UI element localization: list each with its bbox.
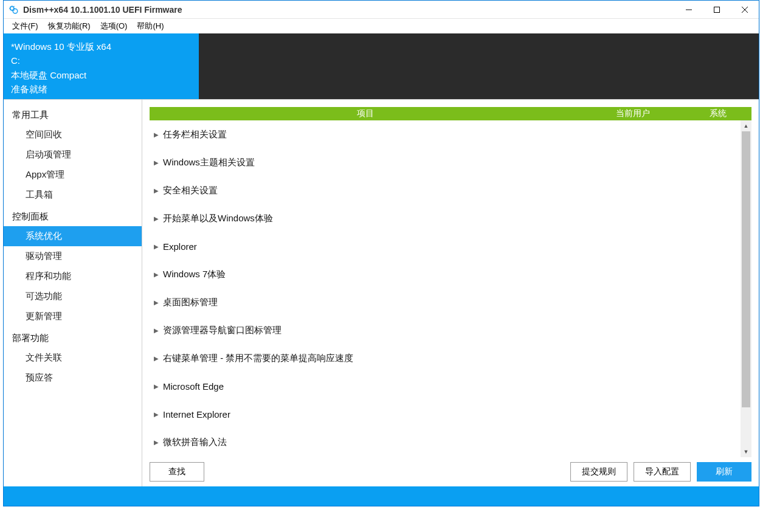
refresh-button[interactable]: 刷新	[697, 462, 751, 482]
tree-item[interactable]: ▶开始菜单以及Windows体验	[150, 204, 738, 232]
tree-item[interactable]: ▶安全相关设置	[150, 176, 738, 204]
sidebar-item[interactable]: 可选功能	[4, 286, 142, 306]
tree-item[interactable]: ▶微软拼音输入法	[150, 428, 738, 456]
footer-buttons: 查找 提交规则 导入配置 刷新	[142, 457, 759, 486]
bottom-status-bar	[4, 486, 759, 506]
sidebar-group-title: 控制面板	[4, 205, 142, 226]
svg-point-1	[13, 9, 18, 13]
menu-help[interactable]: 帮助(H)	[133, 19, 167, 33]
body-area: 常用工具空间回收启动项管理Appx管理工具箱控制面板系统优化驱动管理程序和功能可…	[4, 99, 759, 486]
info-dark-area	[199, 33, 759, 99]
tree-item-label: Internet Explorer	[163, 409, 230, 420]
os-line: *Windows 10 专业版 x64	[11, 40, 192, 54]
sidebar: 常用工具空间回收启动项管理Appx管理工具箱控制面板系统优化驱动管理程序和功能可…	[4, 100, 142, 486]
app-window: Dism++x64 10.1.1001.10 UEFI Firmware 文件(…	[3, 0, 759, 506]
col-current-user[interactable]: 当前用户	[581, 108, 685, 119]
tree-item-label: 资源管理器导航窗口图标管理	[163, 325, 282, 336]
status-line: 准备就绪	[11, 82, 192, 96]
drive-line: C:	[11, 54, 192, 67]
scrollbar-thumb[interactable]	[742, 131, 750, 407]
menubar: 文件(F) 恢复功能(R) 选项(O) 帮助(H)	[4, 19, 759, 33]
sidebar-item[interactable]: 程序和功能	[4, 266, 142, 286]
find-button[interactable]: 查找	[150, 462, 204, 482]
tree-item-label: 右键菜单管理 - 禁用不需要的菜单提高响应速度	[163, 353, 353, 364]
minimize-button[interactable]	[675, 1, 703, 19]
tree-list: ▶任务栏相关设置▶Windows主题相关设置▶安全相关设置▶开始菜单以及Wind…	[150, 120, 738, 457]
sidebar-item[interactable]: 驱动管理	[4, 246, 142, 266]
tree-item[interactable]: ▶资源管理器导航窗口图标管理	[150, 316, 738, 344]
expand-arrow-icon[interactable]: ▶	[150, 243, 163, 250]
expand-arrow-icon[interactable]: ▶	[150, 411, 163, 418]
menu-file[interactable]: 文件(F)	[9, 19, 42, 33]
tree-item-label: 桌面图标管理	[163, 297, 218, 308]
submit-rules-button[interactable]: 提交规则	[570, 462, 627, 482]
tree-item[interactable]: ▶右键菜单管理 - 禁用不需要的菜单提高响应速度	[150, 344, 738, 372]
sidebar-item[interactable]: 预应答	[4, 368, 142, 388]
sidebar-item[interactable]: 工具箱	[4, 185, 142, 205]
tree-item-label: Microsoft Edge	[163, 381, 224, 392]
system-info-panel[interactable]: *Windows 10 专业版 x64 C: 本地硬盘 Compact 准备就绪	[4, 33, 199, 99]
expand-arrow-icon[interactable]: ▶	[150, 271, 163, 278]
window-title: Dism++x64 10.1.1001.10 UEFI Firmware	[23, 5, 675, 15]
tree-item[interactable]: ▶Windows主题相关设置	[150, 148, 738, 176]
tree-item-label: 任务栏相关设置	[163, 129, 227, 140]
expand-arrow-icon[interactable]: ▶	[150, 355, 163, 362]
scroll-up-arrow-icon[interactable]: ▲	[741, 120, 751, 131]
expand-arrow-icon[interactable]: ▶	[150, 215, 163, 222]
menu-recover[interactable]: 恢复功能(R)	[44, 19, 94, 33]
col-project[interactable]: 项目	[150, 108, 581, 119]
sidebar-group-title: 部署功能	[4, 326, 142, 348]
app-icon	[7, 4, 19, 16]
expand-arrow-icon[interactable]: ▶	[150, 327, 163, 334]
column-headers: 项目 当前用户 系统	[150, 107, 751, 120]
sidebar-item[interactable]: Appx管理	[4, 165, 142, 185]
tree-item-label: 微软拼音输入法	[163, 437, 227, 448]
tree-item[interactable]: ▶Internet Explorer	[150, 400, 738, 428]
scroll-down-arrow-icon[interactable]: ▼	[741, 446, 751, 457]
disk-line: 本地硬盘 Compact	[11, 68, 192, 82]
tree-item-label: 安全相关设置	[163, 185, 218, 196]
tree-container: ▶任务栏相关设置▶Windows主题相关设置▶安全相关设置▶开始菜单以及Wind…	[150, 120, 751, 457]
expand-arrow-icon[interactable]: ▶	[150, 159, 163, 166]
expand-arrow-icon[interactable]: ▶	[150, 383, 163, 390]
tree-item[interactable]: ▶Microsoft Edge	[150, 372, 738, 400]
expand-arrow-icon[interactable]: ▶	[150, 439, 163, 446]
expand-arrow-icon[interactable]: ▶	[150, 299, 163, 306]
expand-arrow-icon[interactable]: ▶	[150, 187, 163, 194]
vertical-scrollbar[interactable]: ▲ ▼	[741, 120, 751, 457]
menu-options[interactable]: 选项(O)	[97, 19, 131, 33]
tree-item-label: Explorer	[163, 241, 197, 252]
sidebar-item[interactable]: 空间回收	[4, 125, 142, 145]
svg-rect-2	[714, 7, 720, 12]
maximize-button[interactable]	[703, 1, 731, 19]
tree-item[interactable]: ▶桌面图标管理	[150, 288, 738, 316]
tree-item[interactable]: ▶Explorer	[150, 232, 738, 260]
close-button[interactable]	[731, 1, 759, 19]
expand-arrow-icon[interactable]: ▶	[150, 131, 163, 138]
sidebar-item[interactable]: 系统优化	[4, 226, 142, 246]
window-controls	[675, 1, 759, 19]
main-area: 项目 当前用户 系统 ▶任务栏相关设置▶Windows主题相关设置▶安全相关设置…	[142, 100, 759, 486]
sidebar-item[interactable]: 启动项管理	[4, 145, 142, 165]
sidebar-item[interactable]: 文件关联	[4, 348, 142, 368]
tree-item[interactable]: ▶任务栏相关设置	[150, 120, 738, 148]
titlebar: Dism++x64 10.1.1001.10 UEFI Firmware	[4, 1, 759, 19]
tree-item-label: Windows 7体验	[163, 269, 226, 280]
tree-item-label: Windows主题相关设置	[163, 157, 255, 168]
tree-item-label: 开始菜单以及Windows体验	[163, 213, 273, 224]
sidebar-group-title: 常用工具	[4, 103, 142, 125]
tree-item[interactable]: ▶Windows 7体验	[150, 260, 738, 288]
system-info-strip: *Windows 10 专业版 x64 C: 本地硬盘 Compact 准备就绪	[4, 33, 759, 99]
col-system[interactable]: 系统	[685, 108, 751, 119]
import-config-button[interactable]: 导入配置	[634, 462, 691, 482]
sidebar-item[interactable]: 更新管理	[4, 306, 142, 326]
